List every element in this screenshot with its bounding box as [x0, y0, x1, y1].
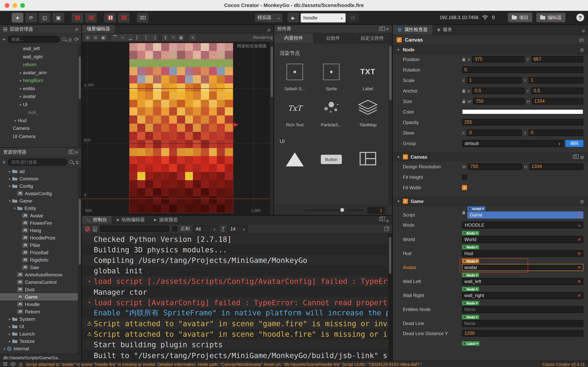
gizmo-menu-icon[interactable]: ≡ — [189, 34, 196, 41]
hierarchy-item[interactable]: UI Camera — [0, 132, 78, 140]
align-right-icon[interactable]: ▕ — [151, 34, 157, 41]
align-bottom-icon[interactable]: ▁ — [127, 34, 134, 41]
expand-arrow-icon[interactable]: ▸ — [7, 332, 12, 336]
popout-icon[interactable] — [379, 27, 383, 31]
hierarchy-item[interactable]: ▸hangBorn — [0, 77, 78, 84]
open-project-button[interactable]: 项目 — [508, 13, 532, 22]
toolbar-red-button-1[interactable] — [72, 13, 83, 23]
tab-game-preview[interactable]: ▶游戏预览 — [149, 216, 182, 224]
type-chip[interactable]: Node▾ — [462, 273, 479, 277]
status-message[interactable]: Script attached to "avatar" in scene "ho… — [26, 362, 539, 367]
type-chip[interactable]: Node▾ — [462, 231, 479, 235]
asset-item[interactable]: JSAvatarConfig — [0, 190, 78, 197]
number-input[interactable]: 667 — [531, 56, 583, 63]
type-chip[interactable]: Node▾ — [462, 259, 479, 263]
console-log-row[interactable]: •load script [./assets/Scripts/Config/Av… — [82, 276, 388, 286]
console-log-row[interactable]: Building 3D physics modules... — [82, 244, 388, 255]
console-log-row[interactable]: Compiling /Users/tang/Projects/MiniGame/… — [82, 255, 388, 265]
zoom-value-input[interactable]: 1 — [368, 207, 385, 213]
rotate-tool-button[interactable]: ⟳ — [25, 13, 37, 23]
collapse-caret-icon[interactable]: ▼ — [397, 199, 400, 203]
mode-dropdown[interactable]: HOODLE — [462, 221, 583, 228]
zoom-in-icon[interactable]: ⊕ — [84, 34, 91, 41]
asset-item[interactable]: JSPrizeBall — [0, 249, 78, 256]
align-left-icon[interactable]: ▏ — [135, 34, 142, 41]
type-chip[interactable]: Node▾ — [462, 315, 479, 319]
simulator-dropdown[interactable]: 模拟器 — [255, 13, 283, 22]
distribute-horizontal-icon[interactable]: ∥ — [162, 34, 169, 41]
control-library-item[interactable]: TiledMap — [350, 97, 386, 127]
asset-item[interactable]: JSReborn — [0, 308, 78, 315]
asset-item[interactable]: ▾Config — [0, 182, 78, 190]
open-log-file-icon[interactable] — [385, 227, 389, 231]
number-input[interactable]: 750 — [468, 163, 522, 170]
number-input[interactable]: 1 — [529, 77, 583, 83]
library-scrollbar[interactable] — [388, 43, 392, 205]
asset-item[interactable]: JSGame — [0, 293, 78, 300]
toggle-3d-button[interactable]: 3D — [137, 13, 149, 23]
asset-item[interactable]: JSSaw — [0, 264, 78, 271]
collapse-caret-icon[interactable]: ▼ — [397, 155, 400, 159]
create-node-button[interactable] — [2, 36, 5, 42]
asset-item[interactable]: ▸System — [0, 315, 78, 323]
hierarchy-item[interactable]: reborn — [0, 61, 78, 69]
console-filter-input[interactable] — [100, 225, 169, 232]
clear-console-button[interactable] — [85, 226, 90, 231]
asset-item[interactable]: JSRigidInfo — [0, 256, 78, 264]
scene-select-dropdown[interactable]: hoodle — [301, 13, 346, 22]
asset-item[interactable]: ▸Common — [0, 175, 78, 182]
number-input[interactable]: 1334 — [529, 163, 583, 170]
menu-icon[interactable] — [75, 26, 78, 32]
control-library-item[interactable]: TXTLabel — [350, 61, 386, 91]
asset-item[interactable]: JSHang — [0, 227, 78, 234]
asset-item[interactable]: ▾Game — [0, 197, 78, 204]
expand-arrow-icon[interactable]: ▸ — [7, 169, 12, 173]
control-library-item[interactable]: TxTRich Text — [277, 97, 313, 127]
hierarchy-item[interactable]: ▸entitis — [0, 84, 78, 92]
create-asset-button[interactable] — [2, 158, 5, 166]
number-input[interactable]: 0 — [467, 129, 522, 136]
scene-viewport[interactable]: 用滚轮缩放视图 1,00050005001,000 — [82, 42, 270, 215]
hierarchy-item[interactable]: wall_left — [0, 45, 78, 53]
expand-arrow-icon[interactable]: ▸ — [7, 177, 12, 181]
help-button[interactable] — [576, 14, 584, 21]
align-hcenter-icon[interactable]: │ — [143, 34, 149, 41]
assets-search-input[interactable] — [8, 158, 67, 166]
zoom-reset-icon[interactable]: ▣ — [100, 34, 107, 41]
doc-icon[interactable] — [573, 155, 576, 158]
scrollbar-thumb[interactable] — [389, 46, 391, 100]
component-enabled-checkbox[interactable] — [403, 199, 408, 204]
hierarchy-item[interactable]: wall_right — [0, 53, 78, 61]
expand-arrow-icon[interactable]: ▾ — [7, 184, 12, 188]
collapse-caret-icon[interactable]: ▼ — [397, 48, 400, 51]
search-icon[interactable] — [62, 37, 66, 41]
expand-arrow-icon[interactable]: ▸ — [7, 325, 12, 328]
assets-scrollbar[interactable] — [78, 167, 81, 354]
asset-item[interactable]: ▾Entity — [0, 204, 78, 212]
number-input[interactable]: 255 — [462, 119, 583, 125]
minimize-window-button[interactable] — [12, 3, 17, 8]
tab-builtin-controls[interactable]: 内置控件 — [274, 33, 313, 43]
hierarchy-item[interactable]: Camera — [0, 125, 78, 132]
number-input[interactable]: 1200 — [462, 330, 583, 337]
reference-field[interactable]: avatar✕ — [462, 264, 583, 271]
edit-group-button[interactable]: 编辑 — [565, 140, 583, 147]
expand-arrow-icon[interactable]: ▸ — [18, 87, 23, 91]
type-chip[interactable]: Node▾ — [462, 301, 479, 305]
asset-item[interactable]: JSFlowerFire — [0, 219, 78, 227]
tab-console[interactable]: >_控制台 — [82, 216, 112, 224]
number-input[interactable]: 0.5 — [472, 87, 524, 94]
menu-icon[interactable] — [267, 26, 270, 33]
scene-scrollbar[interactable] — [270, 42, 273, 215]
reference-field[interactable]: None — [462, 306, 583, 313]
menu-icon[interactable] — [582, 27, 585, 34]
number-input[interactable]: 0 — [529, 129, 583, 136]
popout-icon[interactable] — [379, 217, 383, 221]
close-window-button[interactable] — [5, 3, 9, 8]
scrollbar-thumb[interactable] — [78, 199, 81, 265]
console-log-row[interactable]: Built to "/Users/tang/Projects/MiniGame/… — [82, 350, 388, 360]
reference-field[interactable]: World✕ — [462, 236, 583, 243]
play-button[interactable] — [287, 13, 299, 23]
move-tool-button[interactable]: + — [12, 13, 23, 23]
clear-reference-button[interactable]: ✕ — [578, 279, 581, 284]
